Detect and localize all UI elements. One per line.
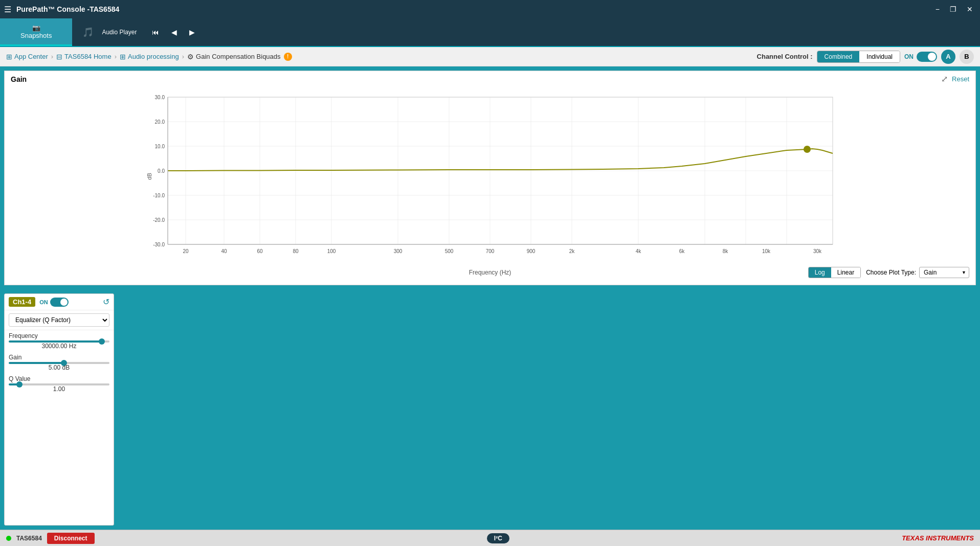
chart-controls: Log Linear Choose Plot Type: Gain Phase … (808, 267, 969, 278)
filter-toggle-switch[interactable] (50, 298, 69, 307)
svg-text:6k: 6k (679, 248, 685, 254)
channel-control-label: Channel Control : (757, 53, 813, 60)
filter-header: Ch1-4 ON ↺ (5, 294, 114, 310)
svg-text:10k: 10k (762, 248, 771, 254)
audio-player-section: 🎵 Audio Player ⏮ ◀ ▶ (72, 18, 207, 46)
filter-toggle: ON (39, 298, 69, 307)
channel-toggle-container: ON (904, 52, 937, 62)
svg-text:4k: 4k (636, 248, 642, 254)
lower-panel: Ch1-4 ON ↺ Equalizer (Q Factor) Low Pass… (0, 289, 980, 530)
combined-button[interactable]: Combined (817, 51, 860, 62)
breadcrumb-home-label: TAS6584 Home (64, 53, 112, 60)
svg-text:2k: 2k (569, 248, 575, 254)
breadcrumb-processing-label: Audio processing (128, 53, 179, 60)
breadcrumb-current: ⚙ Gain Compensation Biquads ! (187, 53, 292, 61)
disconnect-button[interactable]: Disconnect (47, 533, 95, 544)
channel-b-button[interactable]: B (960, 50, 974, 64)
audio-player-label: Audio Player (102, 29, 137, 36)
minimize-button[interactable]: − (932, 4, 943, 14)
svg-text:8k: 8k (723, 248, 729, 254)
expand-chart-button[interactable]: ⤢ (941, 74, 948, 84)
frequency-param: Frequency 30000.00 Hz (5, 330, 114, 352)
app-title: PurePath™ Console -TAS6584 (16, 5, 932, 13)
qvalue-param: Q Value 1.00 (5, 373, 114, 395)
channel-control: Channel Control : Combined Individual ON… (757, 50, 974, 64)
svg-text:900: 900 (527, 248, 536, 254)
refresh-button[interactable]: ↺ (103, 297, 109, 307)
next-button[interactable]: ▶ (187, 27, 197, 37)
linear-button[interactable]: Linear (831, 267, 860, 278)
plot-type-select-group: Choose Plot Type: Gain Phase Group Delay (866, 267, 969, 278)
processing-icon: ⊞ (120, 53, 126, 61)
toggle-on-label: ON (904, 53, 914, 60)
separator-3: › (182, 53, 184, 60)
window-controls: − ❐ ✕ (932, 4, 976, 14)
svg-text:100: 100 (327, 248, 336, 254)
connection-status-dot (6, 536, 11, 541)
svg-text:10.0: 10.0 (155, 144, 165, 149)
breadcrumb-current-label: Gain Compensation Biquads (196, 53, 281, 60)
status-bar: TAS6584 Disconnect I²C TEXAS INSTRUMENTS (0, 530, 980, 546)
svg-text:0.0: 0.0 (158, 168, 165, 174)
svg-text:-10.0: -10.0 (153, 193, 165, 198)
audio-icon: 🎵 (82, 27, 94, 38)
close-button[interactable]: ✕ (964, 4, 976, 14)
individual-button[interactable]: Individual (859, 51, 900, 62)
svg-text:500: 500 (445, 248, 454, 254)
svg-text:30.0: 30.0 (155, 95, 165, 100)
separator-2: › (115, 53, 117, 60)
main-content: Gain ⤢ Reset dB 30.0 20.0 (0, 66, 980, 530)
ti-logo: TEXAS INSTRUMENTS (902, 534, 974, 542)
filter-on-label: ON (39, 299, 48, 305)
app-center-icon: ⊞ (6, 53, 12, 61)
eq-control-point[interactable] (804, 146, 811, 153)
prev-prev-button[interactable]: ⏮ (150, 27, 161, 37)
device-name: TAS6584 (16, 535, 42, 542)
breadcrumb-home[interactable]: ⊟ TAS6584 Home (56, 53, 112, 61)
frequency-axis-label: Frequency (Hz) (469, 269, 511, 276)
menu-icon[interactable]: ☰ (4, 5, 11, 14)
choose-plot-type-label: Choose Plot Type: (866, 269, 916, 276)
breadcrumb-processing[interactable]: ⊞ Audio processing (120, 53, 179, 61)
title-bar: ☰ PurePath™ Console -TAS6584 − ❐ ✕ (0, 0, 980, 18)
svg-text:30k: 30k (813, 248, 822, 254)
chart-footer: Frequency (Hz) Log Linear Choose Plot Ty… (5, 267, 975, 278)
svg-text:40: 40 (221, 248, 227, 254)
plot-type-select[interactable]: Gain Phase Group Delay (919, 267, 969, 278)
svg-text:-30.0: -30.0 (153, 242, 165, 247)
info-badge[interactable]: ! (284, 53, 292, 61)
protocol-badge: I²C (487, 533, 509, 543)
log-button[interactable]: Log (809, 267, 831, 278)
plot-type-group: Log Linear (808, 267, 861, 278)
svg-text:80: 80 (293, 248, 299, 254)
gear-icon: ⚙ (187, 53, 194, 61)
main-toolbar: 📷 Snapshots 🎵 Audio Player ⏮ ◀ ▶ (0, 18, 980, 47)
svg-text:700: 700 (486, 248, 495, 254)
plot-type-select-wrapper: Gain Phase Group Delay (919, 267, 969, 278)
breadcrumb-app-center[interactable]: ⊞ App Center (6, 53, 48, 61)
filter-panel: Ch1-4 ON ↺ Equalizer (Q Factor) Low Pass… (4, 293, 114, 526)
gain-param: Gain 5.00 dB (5, 352, 114, 373)
filter-type-row: Equalizer (Q Factor) Low Pass High Pass … (5, 310, 114, 330)
chart-container: Gain ⤢ Reset dB 30.0 20.0 (4, 71, 976, 285)
chart-title: Gain (11, 75, 27, 83)
breadcrumb-bar: ⊞ App Center › ⊟ TAS6584 Home › ⊞ Audio … (0, 47, 980, 66)
svg-text:dB: dB (146, 173, 152, 179)
svg-text:-20.0: -20.0 (153, 217, 165, 223)
svg-text:20: 20 (183, 248, 189, 254)
restore-button[interactable]: ❐ (947, 4, 960, 14)
svg-text:60: 60 (257, 248, 263, 254)
status-left: TAS6584 Disconnect (6, 533, 95, 544)
svg-text:20.0: 20.0 (155, 119, 165, 125)
home-icon: ⊟ (56, 53, 62, 61)
channel-a-button[interactable]: A (941, 50, 955, 64)
snapshots-tab[interactable]: 📷 Snapshots (0, 18, 72, 46)
separator-1: › (51, 53, 53, 60)
channel-toggle-switch[interactable] (917, 52, 937, 62)
breadcrumb-app-center-label: App Center (14, 53, 48, 60)
chart-actions: ⤢ Reset (941, 74, 969, 84)
filter-type-select[interactable]: Equalizer (Q Factor) Low Pass High Pass … (9, 313, 109, 327)
prev-button[interactable]: ◀ (169, 27, 179, 37)
reset-button[interactable]: Reset (952, 75, 969, 83)
snapshots-label: Snapshots (20, 32, 52, 39)
